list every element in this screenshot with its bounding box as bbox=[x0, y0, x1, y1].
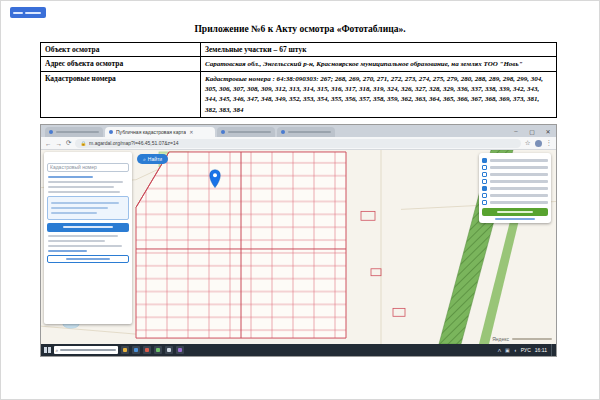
language-indicator[interactable]: РУС bbox=[521, 347, 531, 353]
favicon bbox=[281, 130, 285, 134]
taskbar-app-icon[interactable] bbox=[121, 346, 129, 354]
browser-tab[interactable] bbox=[217, 127, 275, 137]
scanned-document-page: { "page": { "title": "Приложение №6 к Ак… bbox=[0, 0, 600, 400]
browser-menu-icon[interactable]: ⋮ bbox=[546, 139, 553, 147]
layers-link[interactable] bbox=[482, 218, 548, 220]
close-button[interactable]: ✕ bbox=[540, 125, 556, 137]
apply-layers-button[interactable] bbox=[482, 208, 548, 216]
layer-label bbox=[490, 166, 548, 169]
favicon bbox=[221, 130, 225, 134]
layer-row[interactable] bbox=[482, 158, 548, 163]
table-row: Адрес объекта осмотра Саратовская обл., … bbox=[41, 57, 557, 72]
layer-label bbox=[490, 187, 548, 190]
maximize-button[interactable]: ▢ bbox=[524, 125, 540, 137]
volume-icon[interactable]: ◖ bbox=[514, 347, 517, 353]
url-text: m.agardal.org/map?l=46.45,51.07&z=14 bbox=[89, 140, 179, 146]
row-label: Кадастровые номера bbox=[41, 72, 201, 118]
find-button[interactable]: ⌕ Найти bbox=[137, 154, 168, 164]
profile-avatar[interactable] bbox=[535, 140, 542, 147]
lock-icon: 🔒 bbox=[80, 141, 86, 146]
reload-button[interactable]: ⟳ bbox=[66, 139, 71, 147]
sidebar-secondary-button[interactable] bbox=[47, 255, 129, 263]
layer-label bbox=[490, 201, 548, 204]
favicon bbox=[49, 130, 53, 134]
tab-close-icon[interactable]: ✕ bbox=[189, 129, 193, 135]
clock[interactable]: 16:11 bbox=[535, 347, 547, 353]
browser-tab[interactable] bbox=[45, 127, 103, 137]
search-icon: ⌕ bbox=[56, 347, 59, 354]
browser-tab-active[interactable]: Публичная кадастровая карта ✕ bbox=[105, 127, 215, 137]
attribution-text: Яндекс bbox=[492, 336, 509, 342]
layer-checkbox[interactable] bbox=[482, 165, 487, 170]
start-button-icon[interactable] bbox=[44, 347, 51, 354]
browser-screenshot: Публичная кадастровая карта ✕ – ▢ ✕ ← → … bbox=[40, 124, 557, 357]
sidebar-text-line bbox=[48, 245, 122, 248]
bookmark-star-icon[interactable]: ☆ bbox=[525, 139, 531, 147]
map-attribution: Яндекс bbox=[492, 336, 552, 342]
row-value: Кадастровые номера : 64:38:090303: 267; … bbox=[201, 72, 557, 118]
taskbar-app-icon[interactable] bbox=[143, 346, 151, 354]
sidebar-text-line bbox=[48, 240, 105, 243]
table-row: Кадастровые номера Кадастровые номера : … bbox=[41, 72, 557, 118]
favicon bbox=[109, 130, 113, 134]
layer-checkbox[interactable] bbox=[482, 158, 487, 163]
layer-checkbox[interactable] bbox=[482, 179, 487, 184]
find-button-label: Найти bbox=[148, 156, 162, 162]
row-label: Объект осмотра bbox=[41, 43, 201, 57]
search-sidebar bbox=[44, 152, 132, 324]
network-icon[interactable]: ▣ bbox=[505, 347, 510, 353]
show-desktop-button[interactable] bbox=[551, 344, 553, 356]
row-value: Земельные участки – 67 штук bbox=[201, 43, 557, 57]
map-viewport[interactable]: ⌕ Найти Яндекс bbox=[41, 150, 556, 344]
layer-checkbox[interactable] bbox=[482, 193, 487, 198]
layer-label bbox=[490, 194, 548, 197]
sidebar-text-line bbox=[48, 235, 118, 238]
sidebar-text-line bbox=[48, 181, 123, 184]
taskbar: ⌕ ᐱ ▣ ◖ РУС 16:11 bbox=[41, 344, 556, 356]
search-icon: ⌕ bbox=[143, 156, 146, 163]
taskbar-app-icon[interactable] bbox=[176, 346, 184, 354]
sidebar-notice bbox=[47, 196, 129, 220]
sidebar-link[interactable] bbox=[48, 250, 87, 253]
layer-row[interactable] bbox=[482, 193, 548, 198]
tab-title: Публичная кадастровая карта bbox=[116, 129, 186, 135]
taskbar-search-hint bbox=[60, 349, 115, 352]
tab-title-placeholder bbox=[56, 131, 99, 134]
system-tray: ᐱ ▣ ◖ РУС 16:11 bbox=[498, 344, 553, 356]
taskbar-app-icon[interactable] bbox=[132, 346, 140, 354]
row-value: Саратовская обл., Энгельсский р-н, Красн… bbox=[201, 57, 557, 72]
layer-checkbox[interactable] bbox=[482, 200, 487, 205]
layer-row[interactable] bbox=[482, 165, 548, 170]
layer-row[interactable] bbox=[482, 179, 548, 184]
scan-corner-sticker bbox=[10, 7, 46, 18]
notice-text-line bbox=[51, 212, 97, 215]
search-input[interactable] bbox=[47, 163, 129, 172]
tray-chevron-icon[interactable]: ᐱ bbox=[498, 347, 501, 353]
notice-text-line bbox=[51, 207, 108, 210]
minimize-button[interactable]: – bbox=[508, 125, 524, 137]
browser-tab[interactable] bbox=[277, 127, 335, 137]
tab-title-placeholder bbox=[228, 131, 271, 134]
layer-checkbox[interactable] bbox=[482, 172, 487, 177]
layer-row[interactable] bbox=[482, 186, 548, 191]
taskbar-search[interactable]: ⌕ bbox=[54, 346, 118, 354]
layer-label bbox=[490, 180, 548, 183]
forward-button[interactable]: → bbox=[56, 140, 63, 147]
attribution-line bbox=[512, 338, 552, 340]
back-button[interactable]: ← bbox=[45, 140, 52, 147]
layer-label bbox=[490, 159, 548, 162]
page-title: Приложение №6 к Акту осмотра «Фототаблиц… bbox=[0, 24, 600, 34]
address-bar[interactable]: 🔒 m.agardal.org/map?l=46.45,51.07&z=14 bbox=[75, 139, 520, 148]
layer-row[interactable] bbox=[482, 172, 548, 177]
sticker-line bbox=[13, 12, 23, 14]
browser-navbar: ← → ⟳ 🔒 m.agardal.org/map?l=46.45,51.07&… bbox=[41, 137, 556, 150]
window-controls: – ▢ ✕ bbox=[508, 125, 556, 137]
taskbar-app-icon[interactable] bbox=[154, 346, 162, 354]
sidebar-primary-button[interactable] bbox=[47, 223, 129, 232]
layer-checkbox[interactable] bbox=[482, 186, 487, 191]
sidebar-link[interactable] bbox=[48, 176, 93, 179]
layer-row[interactable] bbox=[482, 200, 548, 205]
sidebar-text-line bbox=[48, 186, 114, 189]
notice-text-line bbox=[51, 202, 119, 205]
taskbar-app-icon[interactable] bbox=[165, 346, 173, 354]
